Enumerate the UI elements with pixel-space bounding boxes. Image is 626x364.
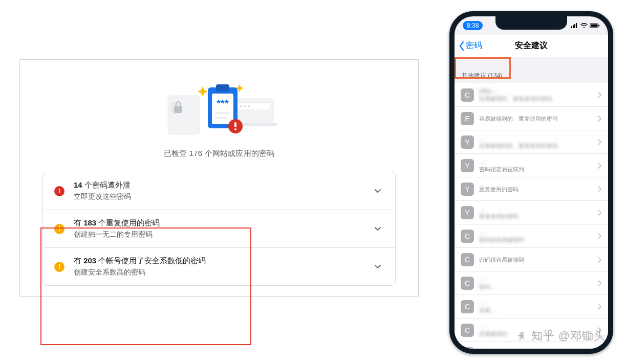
- svg-text:***: ***: [217, 98, 229, 109]
- warning-icon: !: [54, 262, 64, 272]
- recommendation-row[interactable]: C…密码…: [455, 342, 608, 349]
- site-avatar: Y: [461, 159, 474, 172]
- chevron-right-icon: [598, 327, 603, 333]
- issue-title: 14 个密码遭外泄: [74, 180, 363, 190]
- chevron-down-icon: [373, 224, 383, 234]
- chevron-right-icon: [598, 92, 603, 98]
- chevron-right-icon: [598, 139, 603, 145]
- recommendation-reason: 容易被猜到的、重复使用的密码: [479, 115, 593, 123]
- recommendation-reason: 重复使用的密码: [479, 186, 593, 193]
- chevron-right-icon: [598, 233, 603, 239]
- svg-point-6: [244, 105, 246, 107]
- status-indicators: [571, 23, 600, 28]
- chevron-left-icon: [459, 41, 465, 51]
- recommendation-row[interactable]: C…密码…: [455, 271, 608, 295]
- recommendation-row[interactable]: C密码很容易被猜到: [455, 248, 608, 271]
- recommendation-row[interactable]: E容易被猜到的、重复使用的密码: [455, 107, 608, 130]
- iphone-notch: [495, 16, 567, 30]
- security-recommendations-list-container[interactable]: 其他建议 (134) Cclou…容易被猜到、重复使用的密码E容易被猜到的、重复…: [455, 57, 608, 349]
- recommendation-site: …: [479, 322, 593, 330]
- svg-point-7: [248, 105, 250, 107]
- issue-row[interactable]: !有 183 个重复使用的密码创建独一无二的专用密码: [43, 210, 395, 247]
- recommendation-text: …密码…: [479, 275, 593, 291]
- site-avatar: Y: [461, 183, 474, 196]
- recommendation-site: …: [479, 299, 593, 306]
- issue-text: 有 203 个帐号使用了安全系数低的密码创建安全系数高的密码: [74, 256, 363, 277]
- svg-rect-10: [216, 84, 229, 92]
- issue-list: !14 个密码遭外泄立即更改这些密码!有 183 个重复使用的密码创建独一无二的…: [42, 172, 396, 286]
- recommendation-text: 密码很容易被猜到: [479, 256, 593, 264]
- alert-icon: !: [54, 186, 64, 196]
- recommendation-text: 重复使用的密码: [479, 185, 593, 193]
- site-avatar: C: [461, 277, 474, 290]
- nav-bar: 密码 安全建议: [455, 35, 608, 57]
- chevron-right-icon: [598, 116, 603, 122]
- chevron-right-icon: [598, 257, 603, 263]
- recommendation-text: …容易被猜到的、重复使用的密码: [479, 134, 593, 150]
- issue-subtitle: 立即更改这些密码: [74, 192, 363, 201]
- chevron-right-icon: [598, 210, 603, 216]
- site-avatar: C: [461, 88, 474, 102]
- warning-icon: !: [54, 224, 64, 234]
- recommendation-row[interactable]: C…容易被猜到: [455, 318, 608, 342]
- recommendation-site: …: [479, 228, 593, 236]
- recommendation-text: …容易…: [479, 299, 593, 314]
- issue-row[interactable]: !有 203 个帐号使用了安全系数低的密码创建安全系数高的密码: [43, 247, 395, 285]
- recommendation-text: clou…容易被猜到、重复使用的密码: [479, 87, 593, 103]
- svg-rect-16: [234, 122, 236, 127]
- recommendation-site: …: [479, 346, 593, 349]
- svg-rect-18: [571, 26, 572, 28]
- svg-rect-0: [168, 96, 200, 134]
- recommendation-site: …: [479, 134, 593, 142]
- wifi-icon: [580, 23, 588, 28]
- chevron-right-icon: [598, 163, 603, 169]
- battery-icon: [590, 23, 600, 28]
- recommendation-reason: 密码…: [479, 283, 593, 291]
- back-button[interactable]: 密码: [455, 40, 482, 51]
- recommendation-row[interactable]: Y…重复使用的密码: [455, 201, 608, 224]
- site-avatar: Y: [461, 206, 474, 219]
- svg-rect-2: [174, 106, 182, 113]
- recommendation-reason: 容易被猜到: [479, 330, 593, 338]
- recommendation-reason: 容易…: [479, 307, 593, 314]
- checkup-summary-text: 已检查 176 个网站或应用的密码: [20, 149, 418, 158]
- recommendation-row[interactable]: C…密码很容易被猜到: [455, 224, 608, 248]
- svg-rect-4: [238, 103, 270, 110]
- chevron-right-icon: [598, 280, 603, 286]
- issue-row[interactable]: !14 个密码遭外泄立即更改这些密码: [43, 172, 395, 210]
- svg-rect-19: [573, 25, 574, 28]
- issue-text: 有 183 个重复使用的密码创建独一无二的专用密码: [74, 218, 363, 239]
- svg-rect-23: [591, 25, 597, 27]
- recommendation-reason: 容易被猜到、重复使用的密码: [479, 95, 593, 103]
- svg-rect-17: [234, 128, 236, 130]
- signal-icon: [571, 23, 578, 28]
- section-header-other-recommendations: 其他建议 (134): [455, 57, 608, 83]
- chevron-down-icon: [373, 262, 383, 272]
- issue-subtitle: 创建独一无二的专用密码: [74, 230, 363, 239]
- recommendation-text: …密码很容易被猜到: [479, 228, 593, 244]
- status-time-pill: 8:38: [463, 21, 483, 30]
- recommendation-reason: 密码很容易被猜到: [479, 256, 593, 264]
- recommendation-row[interactable]: Y…容易被猜到的、重复使用的密码: [455, 130, 608, 154]
- recommendation-row[interactable]: C…容易…: [455, 295, 608, 318]
- site-avatar: C: [461, 253, 474, 266]
- site-avatar: E: [461, 112, 474, 125]
- recommendations-list: Cclou…容易被猜到、重复使用的密码E容易被猜到的、重复使用的密码Y…容易被猜…: [455, 83, 608, 349]
- issue-text: 14 个密码遭外泄立即更改这些密码: [74, 180, 363, 201]
- svg-rect-20: [574, 24, 575, 28]
- recommendation-reason: 密码很容易被猜到: [479, 166, 593, 173]
- svg-rect-21: [576, 23, 577, 28]
- section-header-label: 其他建议 (134): [462, 72, 502, 79]
- recommendation-text: …密码很容易被猜到: [479, 157, 593, 173]
- recommendation-row[interactable]: Y重复使用的密码: [455, 177, 608, 201]
- recommendation-reason: 重复使用的密码: [479, 213, 593, 220]
- site-avatar: C: [461, 347, 474, 349]
- recommendation-site: clou…: [479, 87, 593, 95]
- recommendation-row[interactable]: Cclou…容易被猜到、重复使用的密码: [455, 83, 608, 107]
- chevron-right-icon: [598, 304, 603, 310]
- recommendation-text: …容易被猜到: [479, 322, 593, 338]
- recommendation-row[interactable]: Y…密码很容易被猜到: [455, 154, 608, 177]
- issue-subtitle: 创建安全系数高的密码: [74, 268, 363, 277]
- site-avatar: C: [461, 300, 474, 313]
- recommendation-text: 容易被猜到的、重复使用的密码: [479, 115, 593, 123]
